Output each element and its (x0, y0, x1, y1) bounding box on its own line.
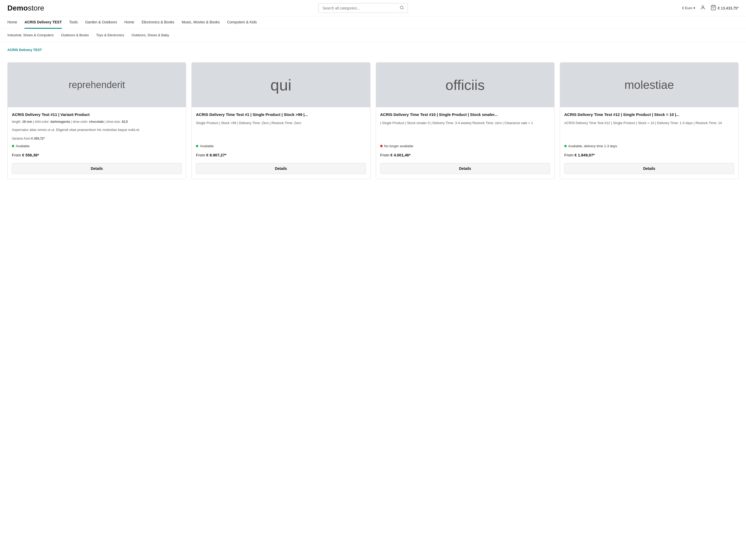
nav-item-home[interactable]: Home (7, 16, 17, 29)
variants-label-1: Variants from (12, 137, 30, 140)
product-image-3: officiis (376, 63, 554, 107)
variants-price-1: € 455,72* (31, 137, 45, 140)
availability-dot-2 (196, 145, 198, 147)
breadcrumb: ACRIS Delivery TEST (0, 42, 746, 54)
product-body-2: ACRIS Delivery Time Test #1 | Single Pro… (192, 107, 370, 179)
product-title-1: ACRIS Delivery Test #11 | Variant Produc… (12, 112, 182, 117)
nav-item-industrial[interactable]: Industrial, Shoes & Computers (7, 32, 54, 39)
price-value-4: € 1.849,07* (575, 153, 595, 157)
nav-item-music[interactable]: Music, Movies & Books (182, 16, 220, 29)
logo-light: store (28, 4, 44, 12)
cart-icon[interactable] (711, 5, 716, 11)
price-value-3: € 4.001,46* (391, 153, 411, 157)
nav-item-outdoors-books[interactable]: Outdoors & Books (61, 32, 89, 39)
details-button-1[interactable]: Details (12, 163, 182, 174)
product-card-2: qui ACRIS Delivery Time Test #1 | Single… (192, 62, 370, 179)
search-input[interactable] (322, 6, 398, 10)
chevron-down-icon: ▾ (693, 6, 695, 10)
availability-label-1: Available (16, 144, 30, 148)
price-label-2: From (196, 153, 205, 157)
availability-3: No longer available (380, 144, 550, 148)
price-1: From € 556,36* (12, 153, 182, 157)
product-desc-3: | Single Product | Stock smaler 0 | Deli… (380, 120, 550, 129)
currency-label: € Euro (682, 6, 692, 10)
availability-label-2: Available (200, 144, 214, 148)
availability-1: Available (12, 144, 182, 148)
price-value-1: € 556,36* (22, 153, 39, 157)
nav-item-toys[interactable]: Toys & Electronics (96, 32, 124, 39)
product-image-1: reprehenderit (8, 63, 186, 107)
product-body-3: ACRIS Delivery Time Test #10 | Single Pr… (376, 107, 554, 179)
availability-dot-3 (380, 145, 382, 147)
availability-label-3: No longer available (384, 144, 413, 148)
product-title-4: ACRIS Delivery Time Test #12 | Single Pr… (564, 112, 734, 117)
search-bar[interactable] (318, 3, 408, 13)
availability-2: Available (196, 144, 366, 148)
details-button-3[interactable]: Details (380, 163, 550, 174)
price-3: From € 4.001,46* (380, 153, 550, 157)
product-card-4: molestiae ACRIS Delivery Time Test #12 |… (560, 62, 739, 179)
svg-line-1 (403, 8, 403, 9)
availability-4: Available, delivery time 1-3 days (564, 144, 734, 148)
product-body-1: ACRIS Delivery Test #11 | Variant Produc… (8, 107, 186, 179)
product-title-3: ACRIS Delivery Time Test #10 | Single Pr… (380, 112, 550, 117)
product-card-1: reprehenderit ACRIS Delivery Test #11 | … (7, 62, 186, 179)
logo-bold: Demo (7, 4, 28, 12)
product-image-text-3: officiis (443, 74, 487, 96)
nav-item-garden[interactable]: Garden & Outdoors (85, 16, 117, 29)
nav-item-tools[interactable]: Tools (69, 16, 78, 29)
nav-item-outdoors-baby[interactable]: Outdoors, Shoes & Baby (132, 32, 169, 39)
product-image-text-2: qui (268, 73, 294, 97)
top-bar: Demostore € Euro ▾ € 13.433,75* (0, 0, 746, 16)
primary-nav: Home ACRIS Delivery TEST Tools Garden & … (0, 16, 746, 29)
svg-point-0 (400, 6, 403, 9)
nav-item-computers[interactable]: Computers & Kids (227, 16, 257, 29)
currency-selector[interactable]: € Euro ▾ (682, 6, 695, 10)
product-image-4: molestiae (560, 63, 738, 107)
secondary-nav: Industrial, Shoes & Computers Outdoors &… (0, 29, 746, 42)
product-image-2: qui (192, 63, 370, 107)
cart-area[interactable]: € 13.433,75* (711, 5, 739, 11)
nav-item-electronics[interactable]: Electronics & Books (141, 16, 174, 29)
logo[interactable]: Demostore (7, 4, 44, 12)
product-variants-1: Variants from € 455,72* (12, 137, 182, 140)
product-image-text-1: reprehenderit (66, 77, 127, 93)
price-value-2: € 8.907,27* (206, 153, 226, 157)
product-desc-1: Aspernatur alias omnis ut ut. Eligendi v… (12, 127, 182, 132)
product-desc-2: Single Product | Stock >99 | Delivery Ti… (196, 120, 366, 129)
price-label-3: From (380, 153, 390, 157)
product-image-text-4: molestiae (622, 76, 677, 94)
availability-dot-1 (12, 145, 14, 147)
user-icon[interactable] (700, 5, 706, 11)
availability-dot-4 (564, 145, 567, 147)
details-button-2[interactable]: Details (196, 163, 366, 174)
header-right: € Euro ▾ € 13.433,75* (682, 5, 739, 11)
product-card-3: officiis ACRIS Delivery Time Test #10 | … (376, 62, 554, 179)
price-2: From € 8.907,27* (196, 153, 366, 157)
product-desc-4: ACRIS Delivery Time Test #12 | Single Pr… (564, 120, 734, 129)
breadcrumb-link[interactable]: ACRIS Delivery TEST (7, 48, 42, 52)
price-label-1: From (12, 153, 21, 157)
details-button-4[interactable]: Details (564, 163, 734, 174)
nav-item-acris[interactable]: ACRIS Delivery TEST (25, 16, 62, 29)
price-4: From € 1.849,07* (564, 153, 734, 157)
product-grid: reprehenderit ACRIS Delivery Test #11 | … (0, 54, 746, 187)
cart-amount: € 13.433,75* (718, 6, 739, 10)
price-label-4: From (564, 153, 574, 157)
svg-point-2 (702, 6, 704, 8)
nav-item-home2[interactable]: Home (124, 16, 134, 29)
search-icon[interactable] (400, 5, 404, 10)
product-body-4: ACRIS Delivery Time Test #12 | Single Pr… (560, 107, 738, 179)
product-title-2: ACRIS Delivery Time Test #1 | Single Pro… (196, 112, 366, 117)
availability-label-4: Available, delivery time 1-3 days (568, 144, 617, 148)
product-attrs-1: length: 18 mm | shirt-color: darkmagenta… (12, 119, 182, 124)
